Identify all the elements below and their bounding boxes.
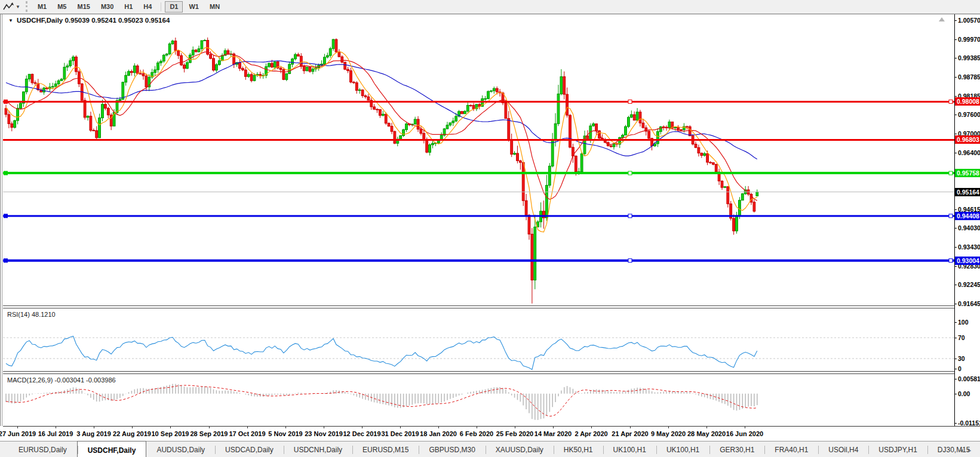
chart-tab[interactable]: GER30,H1 xyxy=(709,441,764,457)
line-drag-marker[interactable] xyxy=(949,214,953,218)
chart-tab[interactable]: EURUSD,M15 xyxy=(352,441,419,457)
chart-title-text: USDCHF,Daily 0.95039 0.95241 0.95023 0.9… xyxy=(17,17,170,24)
date-tick xyxy=(515,427,515,428)
timeframe-button[interactable]: MN xyxy=(205,1,225,13)
axis-tick xyxy=(955,77,957,78)
macd-pane[interactable]: MACD(12,26,9) -0.003041 -0.003986 xyxy=(3,374,954,426)
line-drag-marker[interactable] xyxy=(628,214,632,218)
timeframe-button[interactable]: M1 xyxy=(33,1,51,13)
candlestick-canvas[interactable] xyxy=(3,14,954,305)
date-tick xyxy=(56,427,56,428)
line-drag-marker[interactable] xyxy=(949,259,953,263)
axis-tick xyxy=(955,115,957,115)
date-tick xyxy=(477,427,477,428)
date-label: 31 Dec 2019 xyxy=(382,430,419,437)
collapse-arrow-icon[interactable]: ▼ xyxy=(8,18,13,23)
moving-average-42 xyxy=(6,61,757,159)
date-tick xyxy=(745,427,745,428)
axis-tick xyxy=(955,369,957,369)
timeframe-button[interactable]: M15 xyxy=(72,1,94,13)
rsi-pane[interactable]: RSI(14) 48.1210 xyxy=(3,308,954,371)
date-label: 14 Mar 2020 xyxy=(534,430,572,437)
chart-tab[interactable]: XAUUSD,Daily xyxy=(486,441,554,457)
line-anchor-marker[interactable] xyxy=(4,214,8,218)
date-label: 16 Jun 2020 xyxy=(726,430,763,437)
timeframe-button[interactable]: H1 xyxy=(119,1,137,13)
macd-canvas[interactable] xyxy=(3,374,954,426)
chart-tab[interactable]: UK100,H1 xyxy=(603,441,656,457)
axis-tick xyxy=(955,338,957,338)
chart-title: ▼ USDCHF,Daily 0.95039 0.95241 0.95023 0… xyxy=(8,17,170,24)
line-drag-marker[interactable] xyxy=(949,100,953,103)
chart-tab[interactable]: AUDUSD,Daily xyxy=(146,441,215,457)
date-label: 3 Aug 2019 xyxy=(76,430,111,437)
rsi-canvas[interactable] xyxy=(3,308,954,371)
date-label: 22 Aug 2019 xyxy=(113,430,151,437)
price-tick-label: 0.92245 xyxy=(958,281,980,288)
chart-tab[interactable]: USDJPY,H1 xyxy=(868,441,927,457)
level-price-badge: 0.95758 xyxy=(955,169,980,177)
chart-tab[interactable]: GBPUSD,M30 xyxy=(419,441,485,457)
price-tick-label: 0.98785 xyxy=(958,73,980,81)
tab-scroll-right-icon[interactable]: ► xyxy=(967,447,975,453)
axis-tick xyxy=(955,153,957,153)
drawing-tool-icon[interactable] xyxy=(2,1,15,12)
axis-tick xyxy=(955,423,957,424)
line-drag-marker[interactable] xyxy=(949,171,953,175)
line-anchor-marker[interactable] xyxy=(4,258,8,263)
chart-tab[interactable]: USOil,H4 xyxy=(818,441,868,457)
line-drag-marker[interactable] xyxy=(628,100,632,103)
line-drag-marker[interactable] xyxy=(628,171,632,175)
chart-tab[interactable]: USDCHF,Daily xyxy=(77,441,147,457)
date-tick xyxy=(209,427,210,428)
bid-price-badge: 0.95164 xyxy=(955,188,980,196)
price-axis[interactable]: 1.005700.999700.993850.987850.981850.976… xyxy=(954,14,980,426)
chart-tab[interactable]: HK50,H1 xyxy=(554,441,603,457)
line-anchor-marker[interactable] xyxy=(4,171,8,175)
toolbar-grip[interactable] xyxy=(26,1,27,12)
chart-tab[interactable]: EURUSD,Daily xyxy=(8,441,77,457)
chart-tabs: EURUSD,DailyUSDCHF,DailyAUDUSD,DailyUSDC… xyxy=(8,441,980,457)
date-label: 16 Jul 2019 xyxy=(38,430,73,437)
date-label: 25 Feb 2020 xyxy=(496,430,533,437)
line-drag-marker[interactable] xyxy=(628,259,632,263)
axis-tick xyxy=(955,20,957,21)
chart-tab[interactable]: USDCAD,Daily xyxy=(215,441,284,457)
price-tick-label: 1.00570 xyxy=(958,17,980,24)
price-tick-label: 0.94030 xyxy=(958,224,980,231)
chart-tab[interactable]: USDCNH,Daily xyxy=(284,441,352,457)
axis-tick xyxy=(955,247,957,248)
rsi-tick-label: 70 xyxy=(958,334,965,341)
chart-tab[interactable]: UK100,H1 xyxy=(656,441,709,457)
chart-tab[interactable]: FRA40,H1 xyxy=(764,441,818,457)
timeframe-button[interactable]: M5 xyxy=(53,1,71,13)
price-tick-label: 0.97600 xyxy=(958,111,980,118)
axis-tick xyxy=(955,285,957,285)
price-tick-label: 0.99970 xyxy=(958,36,980,43)
date-tick xyxy=(400,427,401,428)
time-axis[interactable]: 27 Jun 201916 Jul 20193 Aug 201922 Aug 2… xyxy=(3,426,980,441)
levels-layer xyxy=(3,100,954,263)
dropdown-caret-icon[interactable]: ▼ xyxy=(16,4,20,10)
timeframe-button[interactable]: H4 xyxy=(139,1,156,13)
level-price-badge: 0.93004 xyxy=(955,257,980,265)
date-tick xyxy=(17,427,18,428)
tab-scroll-left-icon[interactable]: ◄ xyxy=(959,447,967,453)
rsi-line xyxy=(6,336,757,370)
macd-indicator-label: MACD(12,26,9) -0.003041 -0.003986 xyxy=(7,376,116,384)
date-label: 10 Sep 2019 xyxy=(152,430,189,437)
price-tick-label: 0.99385 xyxy=(958,54,980,61)
tab-scroll-arrows[interactable]: ◄► xyxy=(959,447,975,453)
timeframe-button[interactable]: W1 xyxy=(184,1,204,13)
axis-tick xyxy=(955,266,957,267)
date-label: 21 Apr 2020 xyxy=(612,430,648,437)
price-chart-plot[interactable]: ▼ USDCHF,Daily 0.95039 0.95241 0.95023 0… xyxy=(3,14,954,305)
date-tick xyxy=(553,427,554,428)
date-tick xyxy=(438,427,439,428)
date-label: 27 Jun 2019 xyxy=(0,430,36,437)
timeframe-button[interactable]: D1 xyxy=(165,1,183,13)
timeframe-button[interactable]: M30 xyxy=(96,1,118,13)
axis-tick xyxy=(955,39,957,40)
line-anchor-marker[interactable] xyxy=(4,100,8,104)
timeframe-buttons: M1M5M15M30H1H4D1W1MN xyxy=(33,1,225,13)
